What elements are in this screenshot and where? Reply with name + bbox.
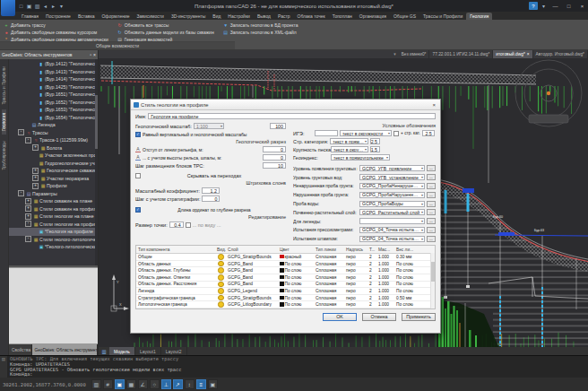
tree-expander-icon[interactable] bbox=[32, 115, 37, 119]
navigation-wheel[interactable] bbox=[515, 60, 582, 126]
tree-expander-icon[interactable] bbox=[32, 245, 37, 249]
tree-item[interactable]: + Стили скважин на плане bbox=[9, 197, 98, 205]
tree-item[interactable]: + Участки георазреза bbox=[9, 175, 98, 183]
tree-expander-icon[interactable]: - bbox=[18, 129, 24, 135]
side-tab[interactable]: Геология bbox=[2, 109, 6, 135]
marker-more-button[interactable]: ... bbox=[427, 192, 436, 198]
ribbon-tab[interactable]: Организация bbox=[356, 13, 390, 20]
document-tabs-dropdown-icon[interactable]: ▾ bbox=[391, 50, 398, 58]
tree-expander-icon[interactable]: + bbox=[32, 144, 39, 151]
tree-expander-icon[interactable]: + bbox=[25, 205, 31, 212]
scale-coef-input[interactable]: 1.2 bbox=[202, 187, 220, 194]
table-row[interactable]: Легенда GCPG_Legend По слою Сплошная пер… bbox=[136, 288, 435, 295]
table-header-cell[interactable]: Цвет bbox=[278, 248, 314, 252]
tree-scrollbar-thumb[interactable] bbox=[95, 95, 98, 149]
tree-item[interactable]: Легенда bbox=[9, 121, 98, 129]
marker-more-button[interactable]: ... bbox=[427, 183, 436, 189]
category-size-input[interactable]: 2.5 bbox=[370, 138, 380, 144]
marker-combo[interactable]: GCPG_УГВ_появление ▾ bbox=[359, 165, 425, 171]
status-toggle-icon[interactable]: ↗ bbox=[173, 379, 183, 389]
table-row[interactable]: Литологическая граница GCPG_LitlogBounda… bbox=[136, 301, 435, 308]
status-toggle-icon[interactable]: ▣ bbox=[208, 379, 218, 389]
ribbon-tab[interactable]: Главная bbox=[18, 13, 42, 20]
panel-bottom-tab[interactable]: Свойства bbox=[9, 344, 32, 355]
ribbon-tab[interactable]: Оформление bbox=[98, 13, 133, 20]
tree-expander-icon[interactable]: + bbox=[32, 183, 39, 189]
status-toggle-icon[interactable]: # bbox=[103, 379, 113, 389]
ribbon-tab[interactable]: Общие GS bbox=[390, 13, 419, 20]
tree-item[interactable]: (Бур.1652) "Геологическая скважи... bbox=[9, 99, 98, 107]
ribbon-button[interactable]: ↻ Обновить все трассы bbox=[117, 22, 214, 28]
marker-combo[interactable]: GCPG_УГВ_установление ▾ bbox=[359, 174, 425, 180]
equal-scale-checkbox[interactable]: ✓ bbox=[135, 132, 141, 137]
table-header-cell[interactable]: Т... bbox=[368, 248, 376, 252]
tree-expander-icon[interactable]: - bbox=[18, 190, 24, 196]
tree-item[interactable]: Гидрогеологические участки bbox=[9, 160, 98, 168]
visibility-bulb-icon[interactable] bbox=[218, 254, 224, 260]
tree-expander-icon[interactable]: + bbox=[32, 175, 39, 181]
tree-expander-icon[interactable] bbox=[32, 100, 37, 104]
marker-combo[interactable]: GCPG_04_Точка испытания прессиометрии ▾ bbox=[359, 227, 425, 233]
minimize-button[interactable]: — bbox=[549, 1, 561, 11]
tree-item[interactable]: + Болота bbox=[9, 144, 98, 152]
tree-scrollbar[interactable] bbox=[95, 59, 98, 265]
geoindex-combo[interactable]: текст в прямоугольнике ▾ bbox=[331, 154, 390, 161]
layout-tab[interactable]: Layout1 bbox=[135, 347, 161, 355]
tree-item[interactable]: (Бур.1414) "Геологическая скважи... bbox=[9, 75, 98, 83]
table-scrollbar-thumb[interactable] bbox=[431, 262, 435, 282]
marker-more-button[interactable]: ... bbox=[427, 227, 436, 233]
table-header-cell[interactable]: Тип компонента bbox=[136, 248, 215, 252]
status-toggle-icon[interactable]: ∠ bbox=[138, 379, 148, 389]
ordinates-checkbox[interactable]: ✓ bbox=[135, 207, 141, 213]
name-input[interactable]: Геология на профиле bbox=[148, 113, 436, 119]
marker-combo[interactable]: GCPG_ПробаНарушенногоГрунта ▾ bbox=[359, 192, 425, 198]
tree-expander-icon[interactable]: + bbox=[25, 213, 31, 220]
tree-expander-icon[interactable]: - bbox=[25, 221, 31, 227]
by-view-checkbox[interactable] bbox=[186, 222, 191, 228]
dialog-title-bar[interactable]: Стиль геологии на профиле × bbox=[131, 100, 440, 110]
close-button[interactable]: × bbox=[576, 1, 588, 11]
table-header-cell[interactable]: Слой bbox=[226, 248, 278, 252]
table-row[interactable]: Область данных. Глубины GCPG_Band По сло… bbox=[136, 267, 435, 274]
category-combo[interactable]: текст в прямоугольнике ▾ bbox=[330, 138, 368, 144]
command-panel-strip[interactable]: ▤ bbox=[0, 356, 7, 378]
table-header-cell[interactable]: Тип линии bbox=[314, 248, 344, 252]
status-toggle-icon[interactable]: ↕ bbox=[185, 379, 195, 389]
ige-size-input[interactable]: 2.5 bbox=[422, 130, 435, 136]
save-layout-icon[interactable]: ▥ bbox=[99, 347, 109, 355]
document-tab[interactable]: 77.22.001.1 ИГИ2.14.11.dwg* bbox=[429, 50, 493, 58]
ige-combo[interactable]: текст в окружности ▾ bbox=[340, 130, 392, 136]
ribbon-tab[interactable]: Вывод bbox=[254, 13, 274, 20]
table-row[interactable]: Область данных. Отметки GCPG_Band По сло… bbox=[136, 274, 435, 282]
ribbon-tab[interactable]: Вставка bbox=[74, 13, 99, 20]
tree-expander-icon[interactable] bbox=[32, 69, 37, 74]
tree-expander-icon[interactable] bbox=[25, 123, 30, 127]
marker-more-button[interactable]: ... bbox=[427, 209, 436, 215]
tree-item[interactable]: - Параметры bbox=[9, 190, 98, 198]
cancel-button[interactable]: Отмена bbox=[362, 313, 396, 321]
layout-tab[interactable]: Модель bbox=[109, 347, 135, 355]
ige-cat-checkbox[interactable] bbox=[393, 131, 399, 136]
ribbon-tab[interactable]: 3D-инструменты bbox=[168, 13, 209, 20]
side-tab[interactable]: Трассы и Профили bbox=[2, 63, 6, 108]
table-row[interactable]: Область данных. Расстояния GCPG_Band По … bbox=[136, 282, 435, 289]
marker-more-button[interactable]: ... bbox=[427, 236, 436, 242]
status-toggle-icon[interactable]: ≡ bbox=[196, 379, 206, 389]
tree-item[interactable]: *Геолого-литологическая коло... bbox=[9, 243, 98, 251]
scale-factor-input[interactable]: 100 bbox=[270, 123, 286, 129]
quick-access-icon[interactable]: ▾ bbox=[57, 2, 65, 10]
visibility-bulb-icon[interactable] bbox=[218, 295, 224, 301]
tree-item[interactable]: Участки экзогенных процессов bbox=[9, 152, 98, 160]
ribbon-button[interactable]: ▤ Записать геологию в XML-файл bbox=[223, 29, 298, 35]
status-toggle-icon[interactable]: ○ bbox=[150, 379, 160, 389]
quick-access-icon[interactable]: □ bbox=[17, 2, 25, 10]
visibility-bulb-icon[interactable] bbox=[218, 301, 224, 308]
ribbon-tab[interactable]: Настройки bbox=[224, 13, 254, 20]
tree-expander-icon[interactable] bbox=[32, 108, 37, 112]
visibility-bulb-icon[interactable] bbox=[218, 261, 224, 267]
quick-access-icon[interactable]: ◂ bbox=[41, 2, 49, 10]
tree-expander-icon[interactable] bbox=[32, 77, 37, 82]
tree-expander-icon[interactable] bbox=[32, 153, 37, 158]
ribbon-tab[interactable]: Геология bbox=[466, 13, 492, 20]
marker-combo[interactable]: GCPG_04_Точка испытания штампом ▾ bbox=[359, 236, 425, 242]
